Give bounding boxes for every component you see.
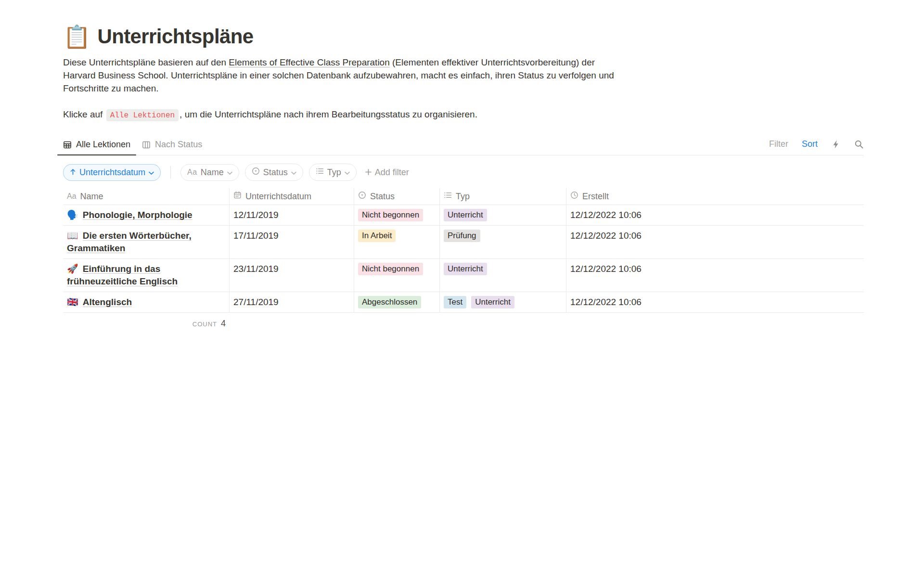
sort-button[interactable]: Sort — [802, 139, 818, 149]
column-header-erstellt[interactable]: Erstellt — [566, 188, 864, 205]
column-header-label: Typ — [456, 192, 470, 202]
filter-button[interactable]: Filter — [769, 139, 788, 149]
table-row: 🇬🇧Altenglisch 27/11/2019 Abgeschlossen T… — [63, 292, 864, 313]
chevron-down-icon — [227, 167, 232, 178]
filter-chip-typ[interactable]: Typ — [309, 164, 357, 181]
column-header-label: Unterrichtsdatum — [245, 192, 311, 202]
page-link[interactable]: Phonologie, Morphologie — [83, 210, 192, 220]
page-title: Unterrichtspläne — [97, 25, 253, 48]
typ-badge: Test — [444, 296, 466, 308]
page-link[interactable]: Einführung in das frühneuzeitliche Engli… — [67, 264, 178, 286]
filter-chip-label: Name — [201, 167, 224, 178]
table-view-icon — [63, 141, 72, 149]
column-header-label: Name — [80, 192, 103, 202]
cell-name[interactable]: 🗣️Phonologie, Morphologie — [63, 205, 230, 225]
filter-chip-status[interactable]: Status — [245, 164, 303, 181]
table-row: 🗣️Phonologie, Morphologie 12/11/2019 Nic… — [63, 205, 864, 226]
tab-nach-status[interactable]: Nach Status — [136, 135, 208, 155]
status-badge: Abgeschlossen — [358, 296, 421, 308]
inline-code-alle-lektionen: Alle Lektionen — [106, 109, 179, 121]
clipboard-page-icon[interactable]: 📋 — [63, 26, 90, 48]
filter-chip-name[interactable]: Aa Name — [180, 164, 239, 181]
status-badge: Nicht begonnen — [358, 263, 423, 275]
cell-status[interactable]: Abgeschlossen — [354, 292, 440, 312]
list-icon — [316, 167, 324, 178]
typ-badge: Prüfung — [444, 230, 480, 242]
filter-chips-row: Unterrichtsdatum Aa Name Status — [63, 164, 864, 181]
cell-status[interactable]: Nicht begonnen — [354, 259, 440, 292]
plus-icon — [365, 167, 372, 178]
column-header-typ[interactable]: Typ — [440, 188, 566, 205]
cell-status[interactable]: Nicht begonnen — [354, 205, 440, 225]
page: 📋 Unterrichtspläne Diese Unterrichtsplän… — [0, 0, 924, 329]
cell-typ[interactable]: Prüfung — [440, 226, 566, 258]
chevron-down-icon — [149, 167, 154, 178]
harvard-link[interactable]: Elements of Effective Class Preparation — [229, 57, 389, 67]
table-row: 📖Die ersten Wörterbücher, Grammatiken 17… — [63, 226, 864, 259]
speaking-head-icon: 🗣️ — [67, 210, 78, 220]
column-header-status[interactable]: Status — [354, 188, 440, 205]
column-header-label: Status — [370, 192, 395, 202]
tab-label: Alle Lektionen — [76, 140, 130, 150]
cell-typ[interactable]: Unterricht — [440, 259, 566, 292]
status-badge: In Arbeit — [358, 230, 396, 242]
cell-name[interactable]: 📖Die ersten Wörterbücher, Grammatiken — [63, 226, 230, 258]
table-row: 🚀Einführung in das frühneuzeitliche Engl… — [63, 259, 864, 292]
count-value: 4 — [221, 319, 226, 328]
cell-typ[interactable]: Unterricht — [440, 205, 566, 225]
list-icon — [444, 191, 452, 202]
open-book-icon: 📖 — [67, 231, 78, 241]
sort-chip-unterrichtsdatum[interactable]: Unterrichtsdatum — [63, 164, 161, 181]
cell-erstellt[interactable]: 12/12/2022 10:06 — [566, 292, 864, 312]
page-header: 📋 Unterrichtspläne — [63, 25, 864, 48]
page-link[interactable]: Altenglisch — [83, 297, 132, 307]
cell-unterrichtsdatum[interactable]: 17/11/2019 — [230, 226, 354, 258]
status-icon — [358, 191, 366, 202]
column-header-name[interactable]: Aa Name — [63, 188, 230, 205]
cell-unterrichtsdatum[interactable]: 27/11/2019 — [230, 292, 354, 312]
typ-badge: Unterricht — [444, 209, 487, 221]
filter-chip-label: Status — [263, 167, 288, 178]
hint-text-after: , um die Unterrichtspläne nach ihrem Bea… — [180, 109, 477, 119]
table-count[interactable]: COUNT4 — [63, 313, 230, 329]
cell-unterrichtsdatum[interactable]: 23/11/2019 — [230, 259, 354, 292]
aa-icon: Aa — [187, 168, 197, 177]
cell-unterrichtsdatum[interactable]: 12/11/2019 — [230, 205, 354, 225]
page-hint: Klicke auf Alle Lektionen, um die Unterr… — [63, 108, 864, 121]
page-link[interactable]: Die ersten Wörterbücher, Grammatiken — [67, 231, 192, 253]
add-filter-label: Add filter — [375, 167, 409, 178]
aa-icon: Aa — [67, 192, 77, 201]
typ-badge: Unterricht — [444, 263, 487, 275]
cell-status[interactable]: In Arbeit — [354, 226, 440, 258]
cell-name[interactable]: 🇬🇧Altenglisch — [63, 292, 230, 312]
rocket-icon: 🚀 — [67, 264, 78, 274]
chips-divider — [170, 166, 171, 179]
calendar-icon — [233, 191, 242, 202]
tab-label: Nach Status — [155, 140, 202, 150]
lightning-icon[interactable] — [831, 140, 841, 149]
arrow-up-icon — [70, 167, 76, 178]
database-table: Aa Name Unterrichtsdatum — [63, 188, 864, 329]
hint-text-before: Klicke auf — [63, 109, 105, 119]
cell-name[interactable]: 🚀Einführung in das frühneuzeitliche Engl… — [63, 259, 230, 292]
description-text-before: Diese Unterrichtspläne basieren auf den — [63, 57, 229, 67]
status-icon — [252, 167, 260, 178]
column-header-unterrichtsdatum[interactable]: Unterrichtsdatum — [230, 188, 354, 205]
chevron-down-icon — [291, 167, 296, 178]
filter-chip-label: Typ — [327, 167, 341, 178]
add-filter-button[interactable]: Add filter — [365, 167, 409, 178]
table-header-row: Aa Name Unterrichtsdatum — [63, 188, 864, 205]
cell-erstellt[interactable]: 12/12/2022 10:06 — [566, 226, 864, 258]
column-header-label: Erstellt — [582, 192, 609, 202]
page-description: Diese Unterrichtspläne basieren auf den … — [63, 56, 616, 95]
cell-typ[interactable]: TestUnterricht — [440, 292, 566, 312]
uk-flag-icon: 🇬🇧 — [67, 297, 78, 307]
count-label: COUNT — [192, 321, 217, 328]
cell-erstellt[interactable]: 12/12/2022 10:06 — [566, 259, 864, 292]
status-badge: Nicht begonnen — [358, 209, 423, 221]
view-tabs-bar: Alle Lektionen Nach Status Filter Sort — [57, 135, 864, 155]
board-view-icon — [142, 141, 151, 149]
tab-alle-lektionen[interactable]: Alle Lektionen — [57, 135, 136, 155]
search-icon[interactable] — [854, 140, 864, 149]
cell-erstellt[interactable]: 12/12/2022 10:06 — [566, 205, 864, 225]
